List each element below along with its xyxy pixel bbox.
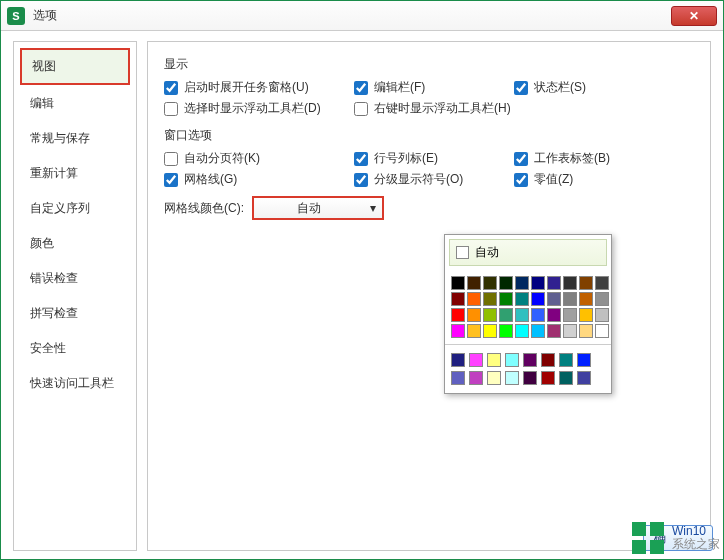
color-swatch[interactable] xyxy=(531,308,545,322)
color-swatch[interactable] xyxy=(483,324,497,338)
sidebar-item[interactable]: 重新计算 xyxy=(20,157,130,190)
ok-button[interactable]: 确 xyxy=(643,525,713,551)
checkbox-input[interactable] xyxy=(164,102,178,116)
sidebar-item[interactable]: 错误检查 xyxy=(20,262,130,295)
color-swatch[interactable] xyxy=(499,308,513,322)
sidebar-item[interactable]: 视图 xyxy=(20,48,130,85)
color-swatch[interactable] xyxy=(467,276,481,290)
checkbox-status-bar[interactable]: 状态栏(S) xyxy=(514,79,674,96)
window-row-1: 自动分页符(K) 行号列标(E) 工作表标签(B) xyxy=(164,150,694,167)
color-swatch[interactable] xyxy=(483,308,497,322)
color-swatch[interactable] xyxy=(487,353,501,367)
color-swatch[interactable] xyxy=(515,324,529,338)
color-swatch[interactable] xyxy=(515,292,529,306)
color-swatch[interactable] xyxy=(531,276,545,290)
checkbox-label: 启动时展开任务窗格(U) xyxy=(184,79,309,96)
sidebar-item[interactable]: 颜色 xyxy=(20,227,130,260)
color-swatch[interactable] xyxy=(579,308,593,322)
color-swatch[interactable] xyxy=(531,292,545,306)
checkbox-mini-toolbar-select[interactable]: 选择时显示浮动工具栏(D) xyxy=(164,100,354,117)
color-swatch[interactable] xyxy=(595,292,609,306)
color-swatch[interactable] xyxy=(563,308,577,322)
sidebar-item[interactable]: 编辑 xyxy=(20,87,130,120)
color-swatch[interactable] xyxy=(469,353,483,367)
color-swatch[interactable] xyxy=(547,292,561,306)
color-swatch[interactable] xyxy=(547,308,561,322)
color-swatch[interactable] xyxy=(579,324,593,338)
checkbox-mini-toolbar-rightclick[interactable]: 右键时显示浮动工具栏(H) xyxy=(354,100,554,117)
color-swatch[interactable] xyxy=(563,324,577,338)
color-swatch[interactable] xyxy=(563,276,577,290)
checkbox-input[interactable] xyxy=(354,102,368,116)
color-swatch[interactable] xyxy=(467,308,481,322)
color-swatch[interactable] xyxy=(467,292,481,306)
color-swatch[interactable] xyxy=(505,371,519,385)
color-swatch[interactable] xyxy=(595,276,609,290)
color-swatch[interactable] xyxy=(499,292,513,306)
checkbox-input[interactable] xyxy=(354,81,368,95)
color-swatch[interactable] xyxy=(547,324,561,338)
color-swatch[interactable] xyxy=(595,324,609,338)
checkbox-gridlines[interactable]: 网格线(G) xyxy=(164,171,354,188)
color-swatch[interactable] xyxy=(505,353,519,367)
sidebar-item[interactable]: 自定义序列 xyxy=(20,192,130,225)
checkbox-label: 状态栏(S) xyxy=(534,79,586,96)
color-swatch[interactable] xyxy=(579,292,593,306)
checkbox-input[interactable] xyxy=(164,81,178,95)
color-swatch[interactable] xyxy=(483,276,497,290)
color-swatch[interactable] xyxy=(579,276,593,290)
checkbox-sheet-tabs[interactable]: 工作表标签(B) xyxy=(514,150,674,167)
color-swatch[interactable] xyxy=(483,292,497,306)
color-auto-option[interactable]: 自动 xyxy=(449,239,607,266)
checkbox-formula-bar[interactable]: 编辑栏(F) xyxy=(354,79,514,96)
color-swatch[interactable] xyxy=(451,371,465,385)
color-swatch[interactable] xyxy=(515,308,529,322)
checkbox-input[interactable] xyxy=(354,152,368,166)
checkbox-input[interactable] xyxy=(514,173,528,187)
sidebar-item[interactable]: 快速访问工具栏 xyxy=(20,367,130,400)
color-swatch[interactable] xyxy=(451,324,465,338)
checkbox-outline-symbols[interactable]: 分级显示符号(O) xyxy=(354,171,514,188)
color-swatch[interactable] xyxy=(499,276,513,290)
color-swatch[interactable] xyxy=(547,276,561,290)
checkbox-input[interactable] xyxy=(164,152,178,166)
color-swatch[interactable] xyxy=(559,371,573,385)
sidebar-item[interactable]: 常规与保存 xyxy=(20,122,130,155)
color-swatch[interactable] xyxy=(451,353,465,367)
sidebar-item[interactable]: 安全性 xyxy=(20,332,130,365)
checkbox-input[interactable] xyxy=(514,152,528,166)
color-swatch[interactable] xyxy=(451,276,465,290)
color-swatch[interactable] xyxy=(515,276,529,290)
color-swatch[interactable] xyxy=(541,353,555,367)
checkbox-row-col-headers[interactable]: 行号列标(E) xyxy=(354,150,514,167)
color-swatch[interactable] xyxy=(523,371,537,385)
gridline-color-combo[interactable]: 自动 ▾ xyxy=(252,196,384,220)
color-swatch[interactable] xyxy=(563,292,577,306)
auto-label: 自动 xyxy=(475,244,499,261)
checkbox-zero-values[interactable]: 零值(Z) xyxy=(514,171,674,188)
color-swatch[interactable] xyxy=(523,353,537,367)
color-swatch[interactable] xyxy=(595,308,609,322)
color-swatch[interactable] xyxy=(469,371,483,385)
color-swatch[interactable] xyxy=(451,292,465,306)
color-swatch[interactable] xyxy=(499,324,513,338)
section-title-window: 窗口选项 xyxy=(164,127,694,144)
close-button[interactable]: ✕ xyxy=(671,6,717,26)
checkbox-label: 零值(Z) xyxy=(534,171,573,188)
checkbox-input[interactable] xyxy=(514,81,528,95)
color-swatch[interactable] xyxy=(531,324,545,338)
color-swatch[interactable] xyxy=(467,324,481,338)
color-swatch[interactable] xyxy=(451,308,465,322)
checkbox-page-breaks[interactable]: 自动分页符(K) xyxy=(164,150,354,167)
color-swatch[interactable] xyxy=(487,371,501,385)
color-swatch[interactable] xyxy=(559,353,573,367)
chevron-down-icon: ▾ xyxy=(364,201,382,215)
checkbox-input[interactable] xyxy=(354,173,368,187)
color-swatch[interactable] xyxy=(577,353,591,367)
display-row-2: 选择时显示浮动工具栏(D) 右键时显示浮动工具栏(H) xyxy=(164,100,694,117)
color-swatch[interactable] xyxy=(541,371,555,385)
checkbox-input[interactable] xyxy=(164,173,178,187)
color-swatch[interactable] xyxy=(577,371,591,385)
sidebar-item[interactable]: 拼写检查 xyxy=(20,297,130,330)
checkbox-startup-task-pane[interactable]: 启动时展开任务窗格(U) xyxy=(164,79,354,96)
